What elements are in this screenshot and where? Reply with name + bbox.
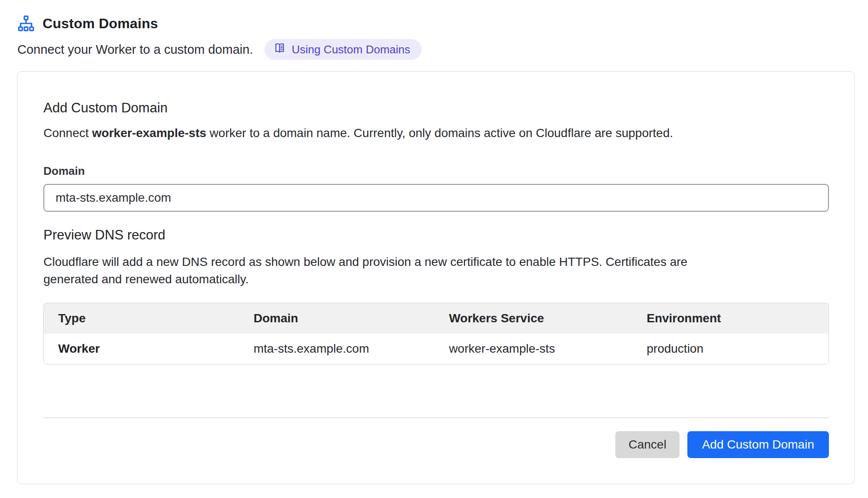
column-header-environment: Environment bbox=[632, 303, 828, 334]
page-title: Custom Domains bbox=[43, 16, 158, 32]
open-book-icon bbox=[273, 42, 286, 58]
add-custom-domain-button[interactable]: Add Custom Domain bbox=[687, 431, 829, 458]
card-actions: Cancel Add Custom Domain bbox=[43, 431, 829, 458]
card-description: Connect worker-example-sts worker to a d… bbox=[43, 126, 829, 140]
preview-description: Cloudflare will add a new DNS record as … bbox=[43, 253, 703, 288]
page-header: Custom Domains Connect your Worker to a … bbox=[0, 0, 868, 60]
column-header-type: Type bbox=[44, 303, 239, 334]
docs-link-label: Using Custom Domains bbox=[292, 43, 410, 56]
dns-preview-table: Type Domain Workers Service Environment … bbox=[43, 303, 829, 364]
docs-link-using-custom-domains[interactable]: Using Custom Domains bbox=[264, 39, 422, 60]
footer-divider bbox=[43, 417, 829, 418]
cell-domain: mta-sts.example.com bbox=[239, 334, 435, 364]
column-header-domain: Domain bbox=[239, 303, 435, 334]
card-heading: Add Custom Domain bbox=[43, 100, 829, 116]
table-row: Worker mta-sts.example.com worker-exampl… bbox=[44, 334, 828, 364]
column-header-workers-service: Workers Service bbox=[435, 303, 632, 334]
domain-field-label: Domain bbox=[43, 164, 829, 178]
cell-environment: production bbox=[632, 334, 828, 364]
domain-input[interactable] bbox=[43, 184, 829, 212]
cell-type: Worker bbox=[44, 334, 239, 364]
worker-name: worker-example-sts bbox=[92, 126, 206, 140]
table-header-row: Type Domain Workers Service Environment bbox=[44, 303, 828, 334]
sitemap-icon bbox=[17, 15, 35, 32]
cell-workers-service: worker-example-sts bbox=[435, 334, 632, 364]
preview-heading: Preview DNS record bbox=[43, 227, 829, 243]
cancel-button[interactable]: Cancel bbox=[615, 431, 679, 458]
page-subtitle: Connect your Worker to a custom domain. bbox=[17, 43, 253, 57]
title-row: Custom Domains bbox=[17, 15, 868, 32]
add-custom-domain-card: Add Custom Domain Connect worker-example… bbox=[17, 71, 855, 484]
